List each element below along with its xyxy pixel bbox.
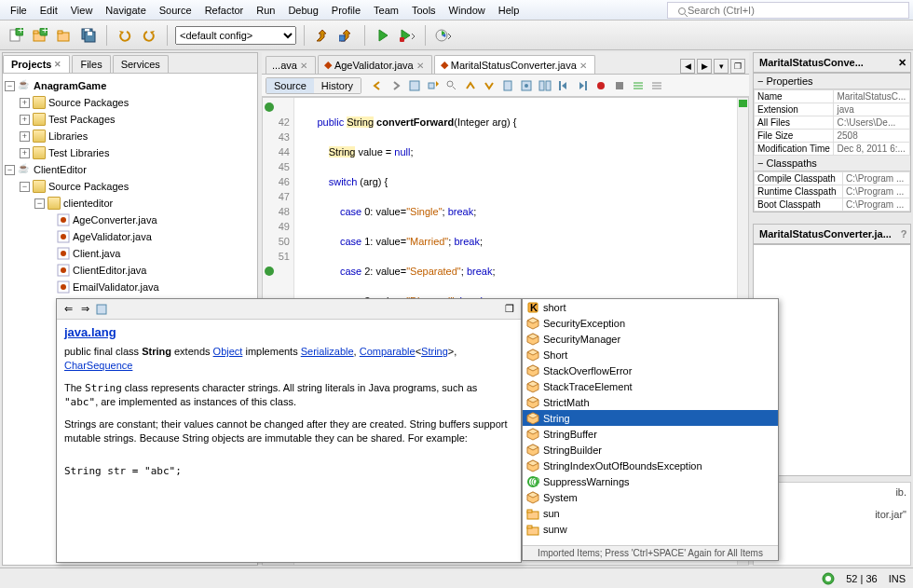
javadoc-serializable-link[interactable]: Serializable	[301, 346, 354, 357]
close-icon[interactable]: ✕	[416, 61, 426, 70]
expand-icon[interactable]: +	[20, 148, 30, 158]
completion-popup[interactable]: KshortSecurityExceptionSecurityManagerSh…	[522, 298, 779, 561]
save-all-button[interactable]	[78, 25, 99, 46]
completion-item[interactable]: StackOverflowError	[523, 362, 778, 378]
tree-file-clienteditor[interactable]: ClientEditor.java	[73, 265, 147, 276]
classpaths-header[interactable]: −Classpaths	[754, 156, 910, 171]
completion-item[interactable]: StringBuilder	[523, 442, 778, 458]
history-toggle[interactable]: History	[314, 78, 361, 93]
tab-services[interactable]: Services	[113, 55, 169, 73]
prop-compilecp-value[interactable]: C:\Program ...	[843, 172, 910, 185]
properties-header[interactable]: −Properties	[754, 74, 910, 89]
last-edit-button[interactable]	[518, 77, 535, 94]
close-icon[interactable]: ✕	[300, 61, 309, 70]
tree-file-emailvalidator[interactable]: EmailValidator.java	[73, 281, 159, 293]
tab-next-button[interactable]: ▶	[697, 59, 712, 74]
menu-debug[interactable]: Debug	[281, 3, 324, 18]
new-file-button[interactable]: +	[6, 25, 26, 46]
help-icon[interactable]: ?	[897, 228, 911, 239]
debug-button[interactable]	[397, 25, 417, 46]
source-history-toggle[interactable]: Source History	[266, 77, 361, 94]
tree-source-packages[interactable]: Source Packages	[48, 97, 129, 108]
search-input[interactable]	[688, 5, 893, 16]
new-project-button[interactable]: +	[30, 25, 50, 46]
tree-file-ageconverter[interactable]: AgeConverter.java	[73, 214, 157, 226]
open-project-button[interactable]	[54, 25, 75, 46]
doc-browser-button[interactable]	[94, 302, 109, 317]
prop-runtimecp-value[interactable]: C:\Program ...	[843, 185, 910, 198]
completion-item[interactable]: @SuppressWarnings	[523, 473, 778, 489]
status-insert-mode[interactable]: INS	[889, 573, 906, 584]
source-toggle[interactable]: Source	[266, 78, 314, 93]
tree-package-clienteditor[interactable]: clienteditor	[63, 198, 113, 209]
collapse-icon[interactable]: −	[757, 157, 763, 169]
completion-item[interactable]: StrictMath	[523, 394, 778, 410]
menu-run[interactable]: Run	[250, 3, 281, 18]
find-selection-button[interactable]	[406, 77, 423, 94]
menu-help[interactable]: Help	[492, 3, 526, 18]
nav-back-button[interactable]	[369, 77, 386, 94]
doc-back-button[interactable]: ⇐	[61, 302, 75, 317]
prev-bookmark-button[interactable]	[462, 77, 479, 94]
prop-ext-value[interactable]: java	[834, 103, 910, 116]
project-anagram[interactable]: AnagramGame	[34, 80, 106, 91]
properties-tab[interactable]: MaritalStatusConve... ✕	[753, 52, 911, 73]
completion-item[interactable]: SecurityManager	[523, 331, 778, 347]
expand-icon[interactable]: −	[5, 81, 15, 91]
collapse-icon[interactable]: −	[757, 75, 763, 87]
project-clienteditor[interactable]: ClientEditor	[34, 164, 87, 175]
completion-item[interactable]: StackTraceElement	[523, 378, 778, 394]
tree-libraries[interactable]: Libraries	[48, 130, 88, 142]
javadoc-package-link[interactable]: java.lang	[64, 325, 513, 339]
menu-tools[interactable]: Tools	[405, 3, 443, 18]
uncomment-button[interactable]	[648, 77, 665, 94]
completion-item[interactable]: System	[523, 489, 778, 505]
tab-projects[interactable]: Projects✕	[3, 55, 70, 73]
override-marker-icon[interactable]	[265, 267, 274, 276]
completion-item[interactable]: SecurityException	[523, 315, 778, 331]
completion-item[interactable]: sunw	[523, 521, 778, 537]
maximize-button[interactable]: ❐	[730, 59, 745, 74]
menu-navigate[interactable]: Navigate	[99, 3, 152, 18]
javadoc-comparable-link[interactable]: Comparable	[360, 346, 416, 357]
menu-source[interactable]: Source	[153, 3, 198, 18]
tree-file-agevalidator[interactable]: AgeValidator.java	[73, 231, 152, 242]
comment-button[interactable]	[630, 77, 647, 94]
prop-bootcp-value[interactable]: C:\Program ...	[843, 198, 910, 212]
file-tab-maritalstatus[interactable]: ◆MaritalStatusConverter.java✕	[434, 55, 595, 74]
expand-icon[interactable]: +	[20, 98, 30, 108]
build-button[interactable]	[312, 25, 333, 46]
toggle-bookmark-button[interactable]	[499, 77, 516, 94]
find-prev-button[interactable]	[425, 77, 442, 94]
completion-item[interactable]: sun	[523, 505, 778, 521]
nav-fwd-button[interactable]	[388, 77, 404, 94]
javadoc-body[interactable]: java.lang public final class String exte…	[57, 320, 521, 562]
run-button[interactable]	[373, 25, 393, 46]
prop-name-value[interactable]: MaritalStatusC...	[834, 90, 910, 103]
tab-files[interactable]: Files	[72, 55, 110, 73]
completion-item[interactable]: String	[523, 410, 778, 426]
profile-button[interactable]	[433, 25, 454, 46]
prop-mtime-value[interactable]: Dec 8, 2011 6:...	[834, 143, 910, 156]
menu-file[interactable]: File	[4, 3, 34, 18]
tree-test-packages[interactable]: Test Packages	[48, 114, 116, 125]
tab-list-button[interactable]: ▾	[714, 59, 729, 74]
macro-start-button[interactable]	[593, 77, 609, 94]
expand-icon[interactable]: −	[20, 182, 30, 192]
diff-button[interactable]	[537, 77, 553, 94]
override-marker-icon[interactable]	[265, 103, 274, 112]
clean-build-button[interactable]	[336, 25, 357, 46]
menu-window[interactable]: Window	[443, 3, 492, 18]
completion-item[interactable]: StringBuffer	[523, 426, 778, 442]
prop-filesize-value[interactable]: 2508	[834, 130, 910, 143]
expand-icon[interactable]: +	[20, 115, 30, 125]
completion-item[interactable]: Kshort	[523, 299, 778, 315]
javadoc-charsequence-link[interactable]: CharSequence	[64, 360, 132, 371]
menu-team[interactable]: Team	[367, 3, 405, 18]
shift-left-button[interactable]	[555, 77, 572, 94]
toggle-highlight-button[interactable]	[443, 77, 460, 94]
navigator-tab[interactable]: MaritalStatusConverter.ja... ?	[753, 224, 911, 244]
quick-search[interactable]	[667, 2, 909, 19]
javadoc-string-link[interactable]: String	[421, 346, 448, 357]
tree-test-libraries[interactable]: Test Libraries	[48, 147, 109, 158]
